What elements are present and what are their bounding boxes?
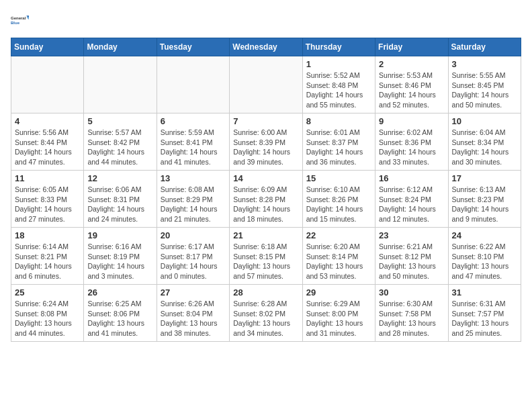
day-info: Sunrise: 6:16 AMSunset: 8:19 PMDaylight:… xyxy=(87,242,152,281)
week-row-5: 25Sunrise: 6:24 AMSunset: 8:08 PMDayligh… xyxy=(11,285,521,342)
day-number: 30 xyxy=(379,287,444,298)
day-number: 12 xyxy=(87,173,152,183)
calendar-table: SundayMondayTuesdayWednesdayThursdayFrid… xyxy=(11,38,521,342)
day-number: 19 xyxy=(87,230,152,240)
day-number: 23 xyxy=(379,230,444,240)
day-number: 13 xyxy=(161,173,226,183)
calendar-cell: 26Sunrise: 6:25 AMSunset: 8:06 PMDayligh… xyxy=(84,285,157,342)
day-number: 18 xyxy=(15,230,80,240)
calendar-cell: 14Sunrise: 6:09 AMSunset: 8:28 PMDayligh… xyxy=(230,171,302,228)
day-number: 21 xyxy=(233,230,298,240)
calendar-cell: 12Sunrise: 6:06 AMSunset: 8:31 PMDayligh… xyxy=(84,171,157,228)
day-info: Sunrise: 6:13 AMSunset: 8:23 PMDaylight:… xyxy=(452,185,517,224)
day-info: Sunrise: 6:01 AMSunset: 8:37 PMDaylight:… xyxy=(306,128,371,167)
calendar-cell: 21Sunrise: 6:18 AMSunset: 8:15 PMDayligh… xyxy=(230,228,302,285)
day-info: Sunrise: 6:22 AMSunset: 8:10 PMDaylight:… xyxy=(452,242,517,281)
svg-marker-3 xyxy=(26,17,29,20)
day-number: 1 xyxy=(306,59,371,69)
day-info: Sunrise: 6:26 AMSunset: 8:04 PMDaylight:… xyxy=(161,299,226,338)
page-header: GeneralBlue xyxy=(11,11,521,31)
day-number: 26 xyxy=(87,287,152,298)
day-info: Sunrise: 6:24 AMSunset: 8:08 PMDaylight:… xyxy=(15,299,80,338)
weekday-header-row: SundayMondayTuesdayWednesdayThursdayFrid… xyxy=(11,38,521,56)
day-number: 28 xyxy=(233,287,298,298)
day-info: Sunrise: 6:25 AMSunset: 8:06 PMDaylight:… xyxy=(87,299,152,338)
day-number: 15 xyxy=(306,173,371,183)
day-info: Sunrise: 6:06 AMSunset: 8:31 PMDaylight:… xyxy=(87,185,152,224)
svg-text:Blue: Blue xyxy=(11,21,20,25)
day-info: Sunrise: 5:56 AMSunset: 8:44 PMDaylight:… xyxy=(15,128,80,167)
day-number: 3 xyxy=(452,59,517,69)
day-info: Sunrise: 6:04 AMSunset: 8:34 PMDaylight:… xyxy=(452,128,517,167)
day-number: 27 xyxy=(161,287,226,298)
calendar-cell: 9Sunrise: 6:02 AMSunset: 8:36 PMDaylight… xyxy=(375,113,448,171)
week-row-4: 18Sunrise: 6:14 AMSunset: 8:21 PMDayligh… xyxy=(11,228,521,285)
calendar-cell: 30Sunrise: 6:30 AMSunset: 7:58 PMDayligh… xyxy=(375,285,448,342)
calendar-cell: 23Sunrise: 6:21 AMSunset: 8:12 PMDayligh… xyxy=(375,228,448,285)
svg-text:General: General xyxy=(11,16,26,20)
calendar-cell: 5Sunrise: 5:57 AMSunset: 8:42 PMDaylight… xyxy=(84,113,157,171)
day-info: Sunrise: 6:08 AMSunset: 8:29 PMDaylight:… xyxy=(161,185,226,224)
calendar-cell: 2Sunrise: 5:53 AMSunset: 8:46 PMDaylight… xyxy=(375,56,448,113)
weekday-header-friday: Friday xyxy=(375,38,448,56)
day-number: 31 xyxy=(452,287,517,298)
day-info: Sunrise: 6:09 AMSunset: 8:28 PMDaylight:… xyxy=(233,185,298,224)
day-number: 6 xyxy=(161,116,226,126)
day-number: 10 xyxy=(452,116,517,126)
day-number: 5 xyxy=(87,116,152,126)
day-number: 7 xyxy=(233,116,298,126)
weekday-header-thursday: Thursday xyxy=(302,38,375,56)
calendar-cell: 29Sunrise: 6:29 AMSunset: 8:00 PMDayligh… xyxy=(302,285,375,342)
weekday-header-monday: Monday xyxy=(84,38,157,56)
day-number: 4 xyxy=(15,116,80,126)
week-row-3: 11Sunrise: 6:05 AMSunset: 8:33 PMDayligh… xyxy=(11,171,521,228)
day-info: Sunrise: 6:14 AMSunset: 8:21 PMDaylight:… xyxy=(15,242,80,281)
logo-icon: GeneralBlue xyxy=(11,11,31,31)
calendar-cell: 13Sunrise: 6:08 AMSunset: 8:29 PMDayligh… xyxy=(157,171,229,228)
day-info: Sunrise: 6:30 AMSunset: 7:58 PMDaylight:… xyxy=(379,299,444,338)
day-info: Sunrise: 6:29 AMSunset: 8:00 PMDaylight:… xyxy=(306,299,371,338)
calendar-cell xyxy=(230,56,302,113)
day-info: Sunrise: 5:57 AMSunset: 8:42 PMDaylight:… xyxy=(87,128,152,167)
calendar-cell xyxy=(157,56,229,113)
calendar-cell: 22Sunrise: 6:20 AMSunset: 8:14 PMDayligh… xyxy=(302,228,375,285)
calendar-cell: 31Sunrise: 6:31 AMSunset: 7:57 PMDayligh… xyxy=(448,285,521,342)
calendar-cell: 27Sunrise: 6:26 AMSunset: 8:04 PMDayligh… xyxy=(157,285,229,342)
calendar-cell: 15Sunrise: 6:10 AMSunset: 8:26 PMDayligh… xyxy=(302,171,375,228)
day-info: Sunrise: 6:17 AMSunset: 8:17 PMDaylight:… xyxy=(161,242,226,281)
day-info: Sunrise: 6:31 AMSunset: 7:57 PMDaylight:… xyxy=(452,299,517,338)
day-number: 14 xyxy=(233,173,298,183)
day-info: Sunrise: 6:00 AMSunset: 8:39 PMDaylight:… xyxy=(233,128,298,167)
day-info: Sunrise: 6:10 AMSunset: 8:26 PMDaylight:… xyxy=(306,185,371,224)
calendar-cell: 25Sunrise: 6:24 AMSunset: 8:08 PMDayligh… xyxy=(11,285,84,342)
calendar-cell: 16Sunrise: 6:12 AMSunset: 8:24 PMDayligh… xyxy=(375,171,448,228)
calendar-cell: 11Sunrise: 6:05 AMSunset: 8:33 PMDayligh… xyxy=(11,171,84,228)
day-info: Sunrise: 6:18 AMSunset: 8:15 PMDaylight:… xyxy=(233,242,298,281)
day-number: 29 xyxy=(306,287,371,298)
calendar-cell: 17Sunrise: 6:13 AMSunset: 8:23 PMDayligh… xyxy=(448,171,521,228)
weekday-header-tuesday: Tuesday xyxy=(157,38,229,56)
weekday-header-sunday: Sunday xyxy=(11,38,84,56)
day-number: 8 xyxy=(306,116,371,126)
calendar-cell xyxy=(84,56,157,113)
calendar-cell: 18Sunrise: 6:14 AMSunset: 8:21 PMDayligh… xyxy=(11,228,84,285)
day-number: 24 xyxy=(452,230,517,240)
calendar-cell: 8Sunrise: 6:01 AMSunset: 8:37 PMDaylight… xyxy=(302,113,375,171)
day-info: Sunrise: 6:28 AMSunset: 8:02 PMDaylight:… xyxy=(233,299,298,338)
day-info: Sunrise: 6:12 AMSunset: 8:24 PMDaylight:… xyxy=(379,185,444,224)
weekday-header-wednesday: Wednesday xyxy=(230,38,302,56)
day-info: Sunrise: 5:59 AMSunset: 8:41 PMDaylight:… xyxy=(161,128,226,167)
calendar-cell xyxy=(11,56,84,113)
day-info: Sunrise: 5:52 AMSunset: 8:48 PMDaylight:… xyxy=(306,71,371,110)
day-info: Sunrise: 5:53 AMSunset: 8:46 PMDaylight:… xyxy=(379,71,444,110)
week-row-2: 4Sunrise: 5:56 AMSunset: 8:44 PMDaylight… xyxy=(11,113,521,171)
calendar-cell: 7Sunrise: 6:00 AMSunset: 8:39 PMDaylight… xyxy=(230,113,302,171)
day-info: Sunrise: 6:21 AMSunset: 8:12 PMDaylight:… xyxy=(379,242,444,281)
day-number: 25 xyxy=(15,287,80,298)
calendar-cell: 20Sunrise: 6:17 AMSunset: 8:17 PMDayligh… xyxy=(157,228,229,285)
day-info: Sunrise: 5:55 AMSunset: 8:45 PMDaylight:… xyxy=(452,71,517,110)
calendar-cell: 6Sunrise: 5:59 AMSunset: 8:41 PMDaylight… xyxy=(157,113,229,171)
calendar-cell: 28Sunrise: 6:28 AMSunset: 8:02 PMDayligh… xyxy=(230,285,302,342)
day-info: Sunrise: 6:20 AMSunset: 8:14 PMDaylight:… xyxy=(306,242,371,281)
calendar-cell: 24Sunrise: 6:22 AMSunset: 8:10 PMDayligh… xyxy=(448,228,521,285)
